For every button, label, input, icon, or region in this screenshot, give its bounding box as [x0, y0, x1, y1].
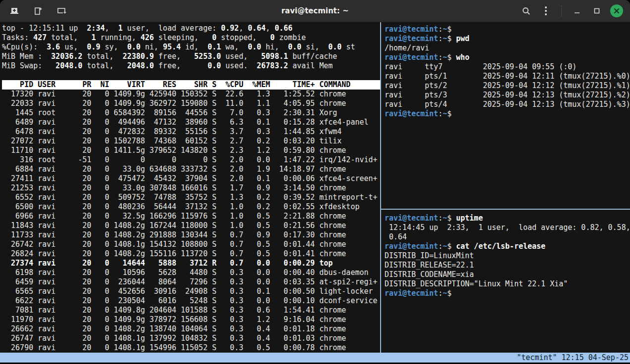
process-row: 21253 ravi 20 0 33.0g 307848 166016 S 1.… [2, 183, 380, 193]
process-row: 22033 ravi 20 0 1409.9g 362972 159080 S … [2, 99, 380, 108]
terminal-line: ravi@tecmint:~$ uptime [385, 214, 630, 223]
process-row: 11710 ravi 20 0 1411.5g 379652 143820 S … [2, 146, 380, 155]
terminal-line: 12:14:45 up 2:33, 1 user, load average: … [385, 223, 630, 232]
terminal-line: ravi pts/3 2025-09-04 12:13 (tmux(27215)… [385, 91, 630, 100]
process-row: 6489 ravi 20 0 494496 47132 38960 S 6.3 … [2, 118, 380, 127]
terminal-line: DISTRIB_ID=LinuxMint [385, 251, 630, 261]
terminal-line: ravi@tecmint:~$ [385, 109, 630, 119]
menu-button[interactable] [539, 4, 552, 17]
terminal-line: ravi@tecmint:~$ who [385, 53, 630, 62]
process-row: 7081 ravi 20 0 1409.8g 204604 101588 S 0… [2, 306, 380, 315]
tmux-status-bar: [0] 0:bash* 1:bash- "tecmint" 12:15 04-S… [0, 353, 630, 363]
new-session-icon [10, 6, 19, 15]
new-terminal-down-icon [57, 6, 67, 15]
process-row: 11733 ravi 20 0 1408.2g 291888 130344 S … [2, 230, 380, 240]
terminal-line: DISTRIB_DESCRIPTION="Linux Mint 22.1 Xia… [385, 279, 630, 289]
terminal-line: /home/ravi [385, 44, 630, 53]
pane-shell-top[interactable]: ravi@tecmint:~$ravi@tecmint:~$ pwd/home/… [381, 22, 630, 209]
terminal-line: ravi@tecmint:~$ [385, 25, 630, 34]
pane-top-command[interactable]: top - 12:15:11 up 2:34, 1 user, load ave… [0, 22, 380, 353]
terminal-window: ravi@tecmint: ~ [0, 0, 630, 364]
process-row: 11843 ravi 20 0 1408.2g 167244 118000 S … [2, 221, 380, 230]
process-row: 6478 ravi 20 0 472832 89332 55156 S 3.7 … [2, 127, 380, 136]
process-row: 26662 ravi 20 0 1408.2g 138740 104064 S … [2, 324, 380, 334]
process-row: 6622 ravi 20 0 230504 6016 5248 S 0.3 0.… [2, 296, 380, 306]
process-row: 316 root -51 0 0 0 0 S 2.0 0.0 1:47.22 i… [2, 155, 380, 165]
terminal-line: MiB Swap: 2048.0 total, 2048.0 free, 0.0… [2, 61, 380, 71]
maximize-icon [593, 7, 600, 14]
terminal-line: ravi@tecmint:~$ [385, 289, 630, 298]
titlebar: ravi@tecmint: ~ [0, 0, 630, 22]
terminal-line: ravi@tecmint:~$ cat /etc/lsb-release [385, 242, 630, 251]
terminal-line: 0.64 [385, 232, 630, 242]
terminal-line: ravi@tecmint:~$ pwd [385, 34, 630, 44]
search-button[interactable] [520, 4, 533, 17]
process-row: 26790 ravi 20 0 1408.1g 154996 115052 S … [2, 343, 380, 353]
minimize-icon [574, 7, 581, 14]
titlebar-separator [561, 5, 562, 16]
process-row: 6459 ravi 20 0 236044 8064 7296 S 0.3 0.… [2, 277, 380, 287]
terminal-line: DISTRIB_CODENAME=xia [385, 270, 630, 279]
terminal-line: ravi tty7 2025-09-04 09:55 (:0) [385, 62, 630, 72]
terminal-line: DISTRIB_RELEASE=22.1 [385, 261, 630, 270]
terminal-line: ravi pts/1 2025-09-04 12:11 (tmux(27215)… [385, 72, 630, 81]
terminal-line: top - 12:15:11 up 2:34, 1 user, load ave… [2, 24, 380, 33]
close-icon [614, 8, 620, 14]
terminal-line: MiB Mem : 32036.2 total, 22380.9 free, 5… [2, 52, 380, 61]
process-row: 6565 ravi 20 0 452656 30916 24908 S 0.3 … [2, 287, 380, 296]
new-terminal-right-icon [34, 6, 43, 15]
process-row: 26747 ravi 20 0 1408.1g 137992 104832 S … [2, 334, 380, 343]
process-row: 6884 ravi 20 0 33.0g 634688 333732 S 2.0… [2, 165, 380, 174]
process-row: 6966 ravi 20 0 32.5g 166296 115976 S 1.0… [2, 212, 380, 221]
terminal-line: %Cpu(s): 3.6 us, 0.9 sy, 0.0 ni, 95.4 id… [2, 43, 380, 52]
new-terminal-right-button[interactable] [32, 4, 45, 17]
close-button[interactable] [610, 4, 623, 17]
status-clock: "tecmint" 12:15 04-Sep-25 [517, 353, 629, 363]
process-row: 11970 ravi 20 0 1409.9g 378972 156608 S … [2, 315, 380, 324]
process-row: 26742 ravi 20 0 1408.1g 154132 108800 S … [2, 240, 380, 249]
new-terminal-down-button[interactable] [55, 4, 68, 17]
process-row: 27374 ravi 20 0 14644 5888 3712 R 0.7 0.… [2, 259, 380, 268]
maximize-button[interactable] [590, 4, 603, 17]
tmux-session: top - 12:15:11 up 2:34, 1 user, load ave… [0, 22, 630, 353]
terminal-line: ravi pts/4 2025-09-04 12:13 (tmux(27215)… [385, 100, 630, 109]
process-row: 6552 ravi 20 0 509752 74788 35752 S 1.3 … [2, 193, 380, 202]
right-pane-column: ravi@tecmint:~$ravi@tecmint:~$ pwd/home/… [381, 22, 630, 353]
terminal-line: Tasks: 427 total, 1 running, 426 sleepin… [2, 33, 380, 43]
status-bar-left: [0] 0:bash* 1:bash- [1, 353, 113, 363]
pane-shell-bottom[interactable]: ravi@tecmint:~$ uptime 12:14:45 up 2:33,… [381, 210, 630, 353]
process-row: 26824 ravi 20 0 1408.2g 155116 113720 S … [2, 249, 380, 259]
new-session-button[interactable] [8, 4, 21, 17]
process-row: 17320 ravi 20 0 1409.9g 425940 150352 S … [2, 90, 380, 99]
process-row: 1445 root 20 0 6584392 89156 44556 S 7.0… [2, 108, 380, 118]
process-row: 6198 ravi 20 0 10596 5628 4480 S 0.3 0.0… [2, 268, 380, 277]
process-row: 6500 ravi 20 0 480236 56444 37132 S 1.0 … [2, 202, 380, 212]
kebab-menu-icon [544, 6, 547, 16]
terminal-line: ravi pts/2 2025-09-04 12:12 (tmux(27215)… [385, 81, 630, 91]
process-row: 27411 ravi 20 0 475472 45432 37904 S 2.0… [2, 174, 380, 183]
titlebar-right-actions [452, 4, 630, 17]
terminal-line [2, 71, 380, 80]
process-row: 27072 ravi 20 0 1502788 74368 60152 S 2.… [2, 136, 380, 146]
window-title: ravi@tecmint: ~ [178, 6, 452, 15]
top-table-header: PID USER PR NI VIRT RES SHR S %CPU %MEM … [2, 80, 380, 90]
search-icon [522, 6, 531, 15]
minimize-button[interactable] [571, 4, 583, 17]
titlebar-left-actions [0, 4, 178, 17]
